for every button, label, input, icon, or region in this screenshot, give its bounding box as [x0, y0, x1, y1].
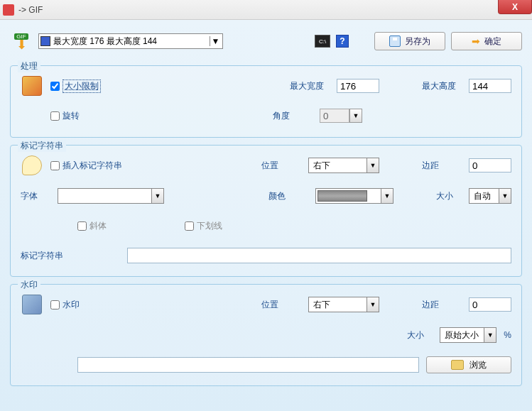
- window-title: -> GIF: [18, 5, 43, 15]
- app-icon: [3, 4, 14, 16]
- underline-label: 下划线: [197, 220, 222, 232]
- underline-checkbox[interactable]: 下划线: [185, 220, 222, 232]
- wm-size-select[interactable]: 原始大小 ▼: [440, 327, 496, 343]
- mark-legend: 标记字符串: [18, 140, 66, 152]
- italic-label: 斜体: [89, 220, 107, 232]
- rotate-checkbox[interactable]: 旋转: [50, 110, 102, 122]
- font-select[interactable]: ▼: [58, 188, 164, 204]
- chevron-down-icon[interactable]: ▼: [499, 189, 511, 203]
- size-limit-label: 大小限制: [63, 80, 101, 93]
- watermark-icon: [22, 295, 42, 314]
- color-label: 颜色: [268, 190, 308, 202]
- wm-margin-input[interactable]: [469, 297, 511, 312]
- save-as-button[interactable]: 另存为: [374, 32, 445, 50]
- angle-input: [320, 109, 349, 123]
- browse-button[interactable]: 浏览: [426, 356, 511, 373]
- help-icon[interactable]: ?: [336, 35, 349, 48]
- chevron-down-icon[interactable]: ▼: [210, 36, 221, 46]
- rotate-label: 旋转: [63, 110, 102, 122]
- mark-position-select[interactable]: 右下 ▼: [308, 158, 379, 173]
- mark-margin-label: 边距: [422, 160, 462, 172]
- console-icon[interactable]: C:\: [315, 35, 330, 48]
- insert-mark-checkbox[interactable]: 插入标记字符串: [50, 160, 122, 172]
- mark-size-label: 大小: [436, 190, 462, 202]
- wm-position-select[interactable]: 右下 ▼: [308, 297, 379, 312]
- watermark-enable-label: 水印: [63, 299, 102, 311]
- preset-value: 最大宽度 176 最大高度 144: [53, 35, 210, 48]
- gif-convert-icon: GIF ⬇: [10, 30, 33, 53]
- mark-margin-input[interactable]: [469, 158, 511, 172]
- wm-position-label: 位置: [261, 299, 301, 311]
- max-width-input[interactable]: [337, 79, 379, 93]
- chevron-down-icon[interactable]: ▼: [367, 158, 379, 172]
- watermark-legend: 水印: [18, 279, 40, 291]
- process-legend: 处理: [18, 60, 40, 72]
- italic-checkbox[interactable]: 斜体: [77, 220, 107, 232]
- angle-dropdown[interactable]: ▼: [349, 109, 362, 123]
- ok-button[interactable]: ➡ 确定: [451, 32, 522, 50]
- process-fieldset: 处理 大小限制 最大宽度 最大高度 旋转 角度 ▼: [10, 65, 522, 138]
- insert-mark-label: 插入标记字符串: [63, 160, 122, 172]
- angle-label: 角度: [273, 110, 313, 122]
- chevron-down-icon[interactable]: ▼: [151, 189, 163, 203]
- ok-label: 确定: [484, 35, 501, 48]
- mark-position-label: 位置: [261, 160, 301, 172]
- mark-size-select[interactable]: 自动 ▼: [469, 188, 511, 204]
- toolbar: GIF ⬇ 最大宽度 176 最大高度 144 ▼ C:\ ? 另存为 ➡ 确定: [10, 27, 522, 55]
- mark-fieldset: 标记字符串 插入标记字符串 位置 右下 ▼ 边距 字体 ▼ 颜色: [10, 145, 522, 277]
- folder-icon: [451, 360, 464, 370]
- font-label: 字体: [21, 190, 50, 202]
- chevron-down-icon[interactable]: ▼: [484, 328, 496, 342]
- wm-size-label: 大小: [407, 329, 433, 341]
- browse-label: 浏览: [469, 359, 487, 371]
- mark-string-input[interactable]: [127, 248, 511, 263]
- chevron-down-icon[interactable]: ▼: [367, 297, 379, 312]
- mark-string-label: 标记字符串: [21, 250, 70, 262]
- close-button[interactable]: X: [498, 0, 532, 14]
- percent-label: %: [504, 330, 511, 340]
- max-width-label: 最大宽度: [290, 80, 330, 92]
- wm-margin-label: 边距: [422, 299, 462, 311]
- watermark-fieldset: 水印 水印 位置 右下 ▼ 边距 大小 原始大小 ▼ %: [10, 284, 522, 386]
- size-limit-checkbox[interactable]: 大小限制: [50, 80, 101, 93]
- titlebar: -> GIF X: [0, 0, 532, 20]
- max-height-label: 最大高度: [422, 80, 462, 92]
- watermark-checkbox[interactable]: 水印: [50, 299, 102, 311]
- content-area: GIF ⬇ 最大宽度 176 最大高度 144 ▼ C:\ ? 另存为 ➡ 确定…: [0, 20, 532, 411]
- max-height-input[interactable]: [469, 79, 511, 93]
- chevron-down-icon[interactable]: ▼: [381, 189, 393, 203]
- color-select[interactable]: ▼: [315, 188, 393, 204]
- arrow-right-icon: ➡: [472, 35, 480, 47]
- color-swatch: [317, 190, 367, 202]
- process-icon: [22, 76, 42, 96]
- save-as-label: 另存为: [405, 35, 430, 48]
- mark-icon: [22, 155, 42, 175]
- disk-icon: [389, 35, 401, 47]
- preset-select[interactable]: 最大宽度 176 最大高度 144 ▼: [38, 33, 223, 49]
- film-icon: [40, 36, 50, 46]
- wm-path-input[interactable]: [77, 357, 419, 373]
